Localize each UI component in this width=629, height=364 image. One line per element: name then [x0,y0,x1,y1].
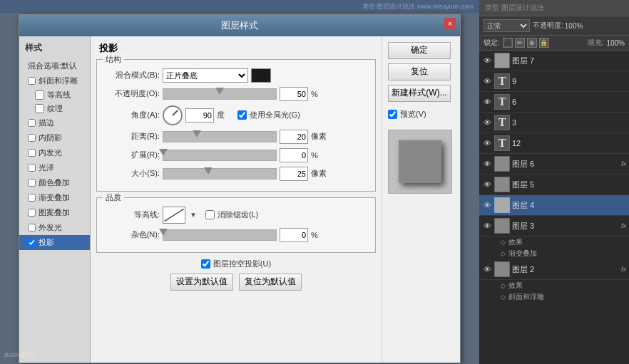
contour-preview[interactable] [163,207,185,224]
angle-dial[interactable] [163,105,183,125]
layer-item-t6[interactable]: 👁 T 6 [479,92,629,113]
style-item-blend[interactable]: 混合选项:默认 [19,58,90,73]
opacity-input[interactable] [280,87,308,101]
ok-button[interactable]: 确定 [388,42,451,59]
style-satin-label: 光泽 [39,162,54,173]
layer-item-3[interactable]: 👁 图层 3 fx [479,216,629,236]
style-item-inner-glow[interactable]: 内发光 [19,145,90,160]
eye-icon-t12[interactable]: 👁 [482,138,492,148]
eye-icon-6[interactable]: 👁 [482,159,492,169]
layer-name-5: 图层 5 [512,180,626,190]
spread-slider-thumb[interactable] [159,149,168,156]
reset-default-button[interactable]: 复位为默认值 [239,274,302,291]
style-item-stroke[interactable]: 描边 [19,115,90,130]
angle-input[interactable] [185,108,214,123]
shadow-color-box[interactable] [251,68,271,83]
knockout-check[interactable] [201,259,210,269]
distance-label: 距离(R): [103,131,160,142]
layer-fx-2: fx [621,266,626,273]
spread-input[interactable] [280,148,308,162]
layer-item-5[interactable]: 👁 图层 5 [479,175,629,195]
style-inner-shadow-check[interactable] [28,134,36,142]
layer-item-4[interactable]: 👁 图层 4 [479,195,629,216]
style-drop-shadow-check[interactable] [28,239,36,246]
distance-slider-thumb[interactable] [193,130,201,137]
blend-mode-select[interactable]: 正片叠底 [163,68,248,83]
eye-icon-5[interactable]: 👁 [482,180,492,189]
style-outer-glow-check[interactable] [28,224,36,232]
spread-unit: % [311,151,329,160]
size-input[interactable] [280,167,308,181]
style-item-satin[interactable]: 光泽 [19,160,90,175]
style-item-pattern-overlay[interactable]: 图案叠加 [19,205,90,220]
dialog-close-button[interactable]: × [444,18,456,29]
anti-alias-text: 消除锯齿(L) [218,209,258,220]
style-stroke-check[interactable] [28,119,36,127]
style-color-overlay-check[interactable] [28,179,36,187]
set-default-button[interactable]: 设置为默认值 [170,274,233,291]
opacity-slider-thumb[interactable] [215,88,224,95]
layer-item-6[interactable]: 👁 图层 6 fx [479,154,629,175]
eye-icon-2[interactable]: 👁 [482,264,492,274]
layer-item-t3[interactable]: 👁 T 3 [479,113,629,133]
noise-slider-thumb[interactable] [159,229,168,236]
lock-icons: ⬛ ✏ ⊕ 🔒 [503,38,549,48]
layers-list: 👁 图层 7 👁 T 9 👁 T 6 👁 [479,51,629,364]
lock-icon-pixels[interactable]: ⬛ [503,38,513,48]
eye-icon-3[interactable]: 👁 [482,221,492,231]
layer-item-t9[interactable]: 👁 T 9 [479,71,629,92]
style-item-drop-shadow[interactable]: 投影 [19,235,90,250]
eye-icon-t9[interactable]: 👁 [482,76,492,86]
distance-slider-track[interactable] [163,131,277,142]
layers-mode-select[interactable]: 正常 [484,19,530,32]
style-contour-check[interactable] [35,90,44,100]
style-item-color-overlay[interactable]: 颜色叠加 [19,175,90,190]
noise-input[interactable] [280,228,308,242]
lock-icon-all[interactable]: 🔒 [539,38,549,48]
new-style-button[interactable]: 新建样式(W)... [388,85,451,102]
style-texture-check[interactable] [35,104,44,113]
eye-icon-7[interactable]: 👁 [482,56,492,66]
eye-icon-4[interactable]: 👁 [482,200,492,210]
layers-panel: 类型 图层设计说法 正常 不透明度: 100% 锁定: ⬛ ✏ ⊕ 🔒 填充: … [479,0,629,364]
style-gradient-overlay-check[interactable] [28,194,36,202]
layer-thumb-4 [494,197,510,213]
layer-item-t12[interactable]: 👁 T 12 [479,133,629,154]
spread-slider-track[interactable] [163,150,277,161]
style-item-outer-glow[interactable]: 外发光 [19,220,90,235]
style-drop-shadow-label: 投影 [39,237,54,248]
preview-label[interactable]: 预览(V) [388,109,454,120]
layer-item-2[interactable]: 👁 图层 2 fx [479,259,629,280]
anti-alias-check[interactable] [205,210,215,219]
opacity-slider-track[interactable] [163,88,277,100]
knockout-label[interactable]: 图层控空投影(U) [96,259,376,269]
style-bevel-check[interactable] [28,77,36,85]
style-item-bevel[interactable]: 斜面和浮雕 [19,73,90,88]
layer-fx-6: fx [621,160,626,167]
style-pattern-overlay-check[interactable] [28,209,36,217]
global-light-check[interactable] [237,110,247,120]
lock-icon-move[interactable]: ⊕ [527,38,537,48]
eye-icon-t3[interactable]: 👁 [482,118,492,128]
style-satin-check[interactable] [28,164,36,172]
noise-slider-track[interactable] [163,229,277,241]
layer-item-7[interactable]: 👁 图层 7 [479,51,629,71]
style-inner-glow-check[interactable] [28,149,36,157]
lock-icon-paint[interactable]: ✏ [515,38,525,48]
style-item-inner-shadow[interactable]: 内阴影 [19,130,90,145]
style-subitem-contour[interactable]: 等高线 [19,88,90,102]
layer-name-t6: 6 [512,98,626,106]
layer-thumb-t9: T [494,73,510,89]
global-light-label[interactable]: 使用全局光(G) [237,110,300,120]
style-subitem-texture[interactable]: 纹理 [19,102,90,115]
distance-input[interactable] [280,130,308,144]
layer-thumb-t12: T [494,135,510,151]
anti-alias-label[interactable]: 消除锯齿(L) [205,209,258,220]
preview-check[interactable] [388,110,397,119]
reset-button[interactable]: 复位 [388,63,451,80]
size-slider-thumb[interactable] [204,167,213,175]
eye-icon-t6[interactable]: 👁 [482,97,492,107]
size-slider-track[interactable] [163,168,277,180]
contour-dropdown-arrow[interactable]: ▼ [190,211,197,219]
style-item-gradient-overlay[interactable]: 渐变叠加 [19,190,90,205]
